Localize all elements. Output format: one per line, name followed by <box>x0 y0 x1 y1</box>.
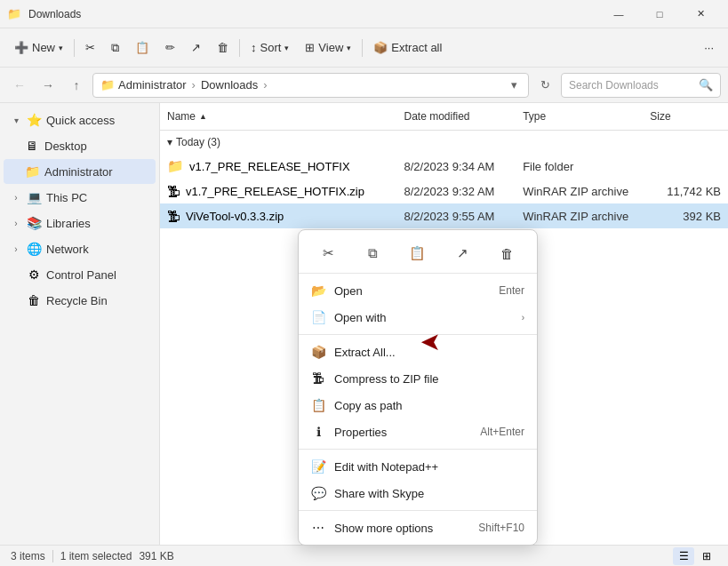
file-list-header: Name ▲ Date modified Type Size <box>160 103 728 131</box>
ctx-extract-all[interactable]: 📦 Extract All... <box>299 339 537 365</box>
view-chevron-icon: ▾ <box>347 44 351 52</box>
ctx-copy-path-icon: 📋 <box>311 398 325 412</box>
file-name-folder: 📁 v1.7_PRE_RELEASE_HOTFIX <box>160 156 397 176</box>
this-pc-expand-icon: › <box>11 193 21 203</box>
new-button[interactable]: ➕ New ▾ <box>7 34 70 62</box>
search-box[interactable]: Search Downloads 🔍 <box>561 73 721 98</box>
extract-arrow-pointer: ➤ <box>420 327 441 356</box>
file-date-zip1: 8/2/2023 9:32 AM <box>397 183 516 200</box>
ctx-more-icon: ⋯ <box>311 521 325 535</box>
ctx-copy-as-path[interactable]: 📋 Copy as path <box>299 392 537 419</box>
sidebar-item-desktop[interactable]: 🖥 Desktop <box>4 133 156 158</box>
recycle-bin-icon: 🗑 <box>27 293 41 307</box>
administrator-icon: 📁 <box>25 164 39 179</box>
sidebar-item-libraries[interactable]: › 📚 Libraries <box>4 211 156 235</box>
tiles-view-button[interactable]: ⊞ <box>696 547 717 565</box>
ctx-compress-zip[interactable]: 🗜 Compress to ZIP file <box>299 365 537 392</box>
paste-button[interactable]: 📋 <box>128 34 156 62</box>
ctx-edit-notepad[interactable]: 📝 Edit with Notepad++ <box>299 453 537 480</box>
file-type-zip2: WinRAR ZIP archive <box>516 208 643 225</box>
extract-all-button[interactable]: 📦 Extract all <box>366 34 449 62</box>
col-header-date[interactable]: Date modified <box>397 107 516 126</box>
ctx-properties[interactable]: ℹ Properties Alt+Enter <box>299 419 537 445</box>
status-separator <box>52 550 53 562</box>
sidebar-item-control-panel[interactable]: ⚙ Control Panel <box>4 262 156 287</box>
share-button[interactable]: ↗ <box>184 34 208 62</box>
ctx-separator-1 <box>299 334 537 335</box>
zip1-icon: 🗜 <box>167 184 180 199</box>
copy-icon: ⧉ <box>111 41 119 55</box>
close-button[interactable]: ✕ <box>680 0 721 28</box>
ctx-paste-shortcut-button[interactable]: 📋 <box>404 239 432 267</box>
sort-button[interactable]: ↕ Sort ▾ <box>244 34 296 62</box>
ctx-open-with[interactable]: 📄 Open with › <box>299 304 537 331</box>
sort-chevron-icon: ▾ <box>284 44 289 52</box>
quick-access-icon: ⭐ <box>27 113 41 127</box>
selected-size: 391 KB <box>139 550 173 562</box>
sidebar-item-quick-access[interactable]: ▾ ⭐ Quick access <box>4 108 156 132</box>
more-icon: ··· <box>704 41 714 54</box>
cut-button[interactable]: ✂ <box>78 34 102 62</box>
maximize-button[interactable]: □ <box>639 0 680 28</box>
col-header-type[interactable]: Type <box>516 107 643 126</box>
title-controls: — □ ✕ <box>598 0 721 28</box>
control-panel-icon: ⚙ <box>27 267 41 282</box>
address-input[interactable]: 📁 Administrator › Downloads › ▾ <box>92 73 529 98</box>
delete-icon: 🗑 <box>217 41 228 54</box>
details-view-button[interactable]: ☰ <box>673 547 694 565</box>
sidebar-item-recycle-bin[interactable]: 🗑 Recycle Bin <box>4 288 156 313</box>
ctx-show-more[interactable]: ⋯ Show more options Shift+F10 <box>299 514 537 541</box>
breadcrumb-arrow-2: › <box>263 78 267 92</box>
search-placeholder: Search Downloads <box>569 79 659 92</box>
ctx-copy-button[interactable]: ⧉ <box>359 239 388 267</box>
paste-icon: 📋 <box>135 41 149 54</box>
back-button[interactable]: ← <box>7 73 32 98</box>
view-button[interactable]: ⊞ View ▾ <box>298 34 358 62</box>
status-bar: 3 items 1 item selected 391 KB ☰ ⊞ <box>0 545 728 566</box>
breadcrumb-downloads: Downloads <box>201 78 258 92</box>
libraries-expand-icon: › <box>11 219 21 228</box>
title-bar: 📁 Downloads — □ ✕ <box>0 0 728 28</box>
new-chevron-icon: ▾ <box>59 44 63 52</box>
rename-button[interactable]: ✏ <box>158 34 182 62</box>
ctx-open-with-arrow: › <box>522 313 524 323</box>
sidebar-item-administrator[interactable]: 📁 Administrator <box>4 159 156 184</box>
ctx-delete-button[interactable]: 🗑 <box>493 239 522 267</box>
libraries-icon: 📚 <box>27 216 41 230</box>
delete-button[interactable]: 🗑 <box>210 34 236 62</box>
context-menu-toolbar: ✂ ⧉ 📋 ↗ 🗑 <box>299 234 537 274</box>
extract-icon: 📦 <box>373 41 388 54</box>
sidebar-item-this-pc[interactable]: › 💻 This PC <box>4 185 156 210</box>
toolbar-separator-1 <box>74 39 75 57</box>
cut-icon: ✂ <box>85 41 95 54</box>
minimize-button[interactable]: — <box>598 0 639 28</box>
folder-icon: 📁 <box>167 158 184 174</box>
file-row-zip1[interactable]: 🗜 v1.7_PRE_RELEASE_HOTFIX.zip 8/2/2023 9… <box>160 179 728 203</box>
sidebar: ▾ ⭐ Quick access 🖥 Desktop 📁 Administrat… <box>0 103 160 545</box>
up-button[interactable]: ↑ <box>64 73 89 98</box>
address-dropdown-icon[interactable]: ▾ <box>508 78 521 92</box>
file-row-folder[interactable]: 📁 v1.7_PRE_RELEASE_HOTFIX 8/2/2023 9:34 … <box>160 154 728 179</box>
file-size-zip2: 392 KB <box>643 208 728 225</box>
forward-button[interactable]: → <box>36 73 60 98</box>
ctx-share-skype[interactable]: 💬 Share with Skype <box>299 480 537 506</box>
ctx-skype-icon: 💬 <box>311 486 325 500</box>
ctx-extract-icon: 📦 <box>311 345 325 359</box>
sidebar-item-network[interactable]: › 🌐 Network <box>4 236 156 261</box>
file-row-zip2[interactable]: 🗜 ViVeTool-v0.3.3.zip 8/2/2023 9:55 AM W… <box>160 203 728 228</box>
ctx-open-icon: 📂 <box>311 283 325 298</box>
refresh-button[interactable]: ↻ <box>532 73 557 98</box>
ctx-cut-button[interactable]: ✂ <box>314 239 342 267</box>
ctx-open[interactable]: 📂 Open Enter <box>299 277 537 304</box>
desktop-icon: 🖥 <box>25 139 39 153</box>
breadcrumb-admin: Administrator <box>118 78 187 92</box>
copy-button[interactable]: ⧉ <box>104 34 126 62</box>
col-header-name[interactable]: Name ▲ <box>160 107 397 126</box>
ctx-separator-2 <box>299 449 537 450</box>
col-header-size[interactable]: Size <box>643 107 728 126</box>
new-icon: ➕ <box>14 41 28 54</box>
more-options-button[interactable]: ··· <box>697 34 721 62</box>
address-bar: ← → ↑ 📁 Administrator › Downloads › ▾ ↻ … <box>0 68 728 103</box>
file-name-zip2: 🗜 ViVeTool-v0.3.3.zip <box>160 207 397 226</box>
ctx-share-button[interactable]: ↗ <box>448 239 476 267</box>
